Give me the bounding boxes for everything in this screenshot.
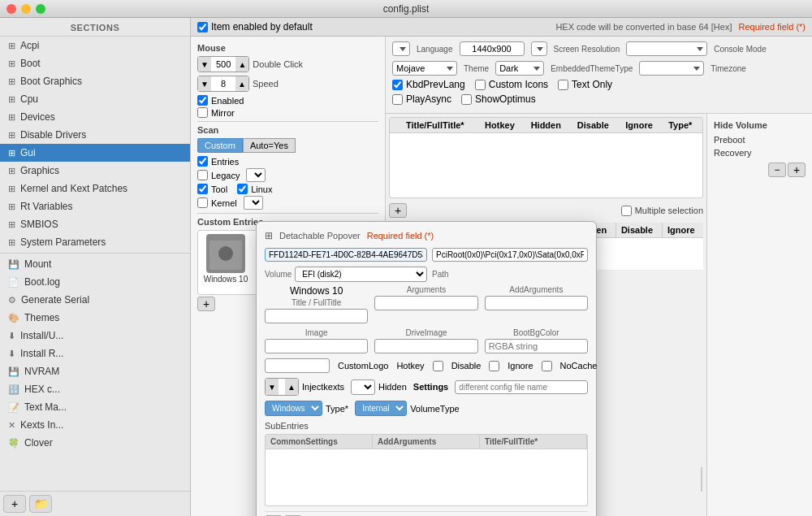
windows10-display: Windows 10	[290, 285, 343, 297]
hide-volume-plus[interactable]: +	[788, 163, 806, 177]
sidebar-item-graphics[interactable]: ⊞ Graphics	[0, 162, 190, 180]
config-name-input[interactable]	[455, 380, 588, 394]
close-button[interactable]	[6, 4, 16, 14]
text-only-checkbox[interactable]	[558, 80, 568, 90]
sidebar-item-kexts[interactable]: ✕ Kexts In...	[0, 416, 190, 434]
entries-checkbox[interactable]	[197, 156, 208, 167]
linux-checkbox[interactable]	[237, 184, 248, 194]
sidebar-item-nvram[interactable]: 💾 NVRAM	[0, 362, 190, 380]
sub-col3: Title/FullTitle*	[480, 435, 587, 449]
sidebar-item-hex[interactable]: 🔢 HEX c...	[0, 380, 190, 398]
showoptimus-checkbox[interactable]	[461, 94, 472, 105]
nocache-checkbox[interactable]	[542, 361, 552, 371]
add-arguments-input[interactable]	[485, 296, 588, 310]
sidebar-item-smbios[interactable]: ⊞ SMBIOS	[0, 215, 190, 233]
kernel-checkbox[interactable]	[197, 197, 208, 208]
minimize-button[interactable]	[21, 4, 31, 14]
theme-label: Theme	[464, 64, 489, 73]
top-bar: Item enabled by default HEX code will be…	[191, 18, 812, 37]
path-input[interactable]	[432, 248, 588, 262]
type-select[interactable]: Windows	[265, 401, 322, 416]
sidebar-item-kernel-kext[interactable]: ⊞ Kernel and Kext Patches	[0, 180, 190, 197]
scan-autoyes-btn[interactable]: Auto=Yes	[243, 138, 296, 153]
stepper2-down[interactable]: ▼	[198, 76, 211, 91]
volume-select[interactable]: EFI (disk2)	[295, 267, 427, 282]
playasync-label[interactable]: PlayAsync	[392, 93, 451, 105]
sidebar-item-text-manager[interactable]: 📝 Text Ma...	[0, 398, 190, 416]
title-input[interactable]	[265, 309, 368, 323]
sidebar-item-disable-drivers[interactable]: ⊞ Disable Drivers	[0, 126, 190, 144]
sidebar-item-generate-serial[interactable]: ⚙ Generate Serial	[0, 291, 190, 309]
inject-stepper[interactable]: ▼ ▲	[265, 378, 299, 396]
volume-type-select[interactable]: Internal	[355, 401, 407, 416]
theme-type-select[interactable]: Dark	[495, 61, 544, 76]
multiple-selection-checkbox[interactable]	[621, 206, 632, 216]
hidden-select[interactable]	[351, 379, 375, 395]
window-controls[interactable]	[6, 4, 45, 14]
add-entry-button[interactable]: +	[197, 297, 215, 311]
stepper-down[interactable]: ▼	[198, 57, 211, 72]
stepper2-up[interactable]: ▲	[235, 76, 248, 91]
arguments-input[interactable]	[374, 296, 477, 310]
image-input[interactable]	[265, 339, 368, 353]
legacy-select[interactable]	[246, 168, 266, 182]
kbdprevlang-label[interactable]: KbdPrevLang	[392, 79, 465, 90]
custom-logo-input[interactable]	[265, 358, 330, 373]
add-section-button[interactable]: +	[3, 495, 26, 513]
sidebar-item-rt-variables[interactable]: ⊞ Rt Variables	[0, 197, 190, 215]
playasync-checkbox[interactable]	[392, 94, 403, 105]
sidebar-item-install-clover[interactable]: ⬇ Install/U...	[0, 327, 190, 345]
item-enabled-label[interactable]: Item enabled by default	[197, 21, 313, 33]
sidebar-item-devices[interactable]: ⊞ Devices	[0, 108, 190, 126]
sidebar-item-system-parameters[interactable]: ⊞ System Parameters	[0, 233, 190, 251]
inject-stepper-down[interactable]: ▼	[266, 379, 279, 395]
sidebar-item-themes[interactable]: 🎨 Themes	[0, 309, 190, 327]
inject-stepper-up[interactable]: ▲	[285, 379, 298, 395]
legacy-checkbox[interactable]	[197, 170, 208, 180]
sidebar-item-install-rc[interactable]: ⬇ Install R...	[0, 345, 190, 362]
drive-image-input[interactable]	[374, 339, 477, 353]
sidebar-item-boot-log[interactable]: 📄 Boot.log	[0, 273, 190, 291]
table1-add-button[interactable]: +	[389, 203, 407, 218]
resolution-select[interactable]	[531, 41, 547, 56]
table1-col-disable: Disable	[572, 118, 620, 133]
enabled-checkbox[interactable]	[197, 95, 208, 106]
sidebar-item-clover[interactable]: 🍀 Clover	[0, 434, 190, 452]
mirror-checkbox[interactable]	[197, 107, 208, 118]
custom-icons-checkbox[interactable]	[475, 80, 486, 90]
text-only-label[interactable]: Text Only	[558, 79, 612, 90]
disable-checkbox[interactable]	[433, 361, 443, 371]
sidebar-item-cpu[interactable]: ⊞ Cpu	[0, 90, 190, 108]
kbdprevlang-checkbox[interactable]	[392, 80, 403, 90]
mouse-speed-stepper[interactable]: ▼ 500 ▲	[197, 56, 249, 72]
checkbox-rows: KbdPrevLang Custom Icons Text Only	[392, 79, 806, 90]
sidebar-item-boot-graphics[interactable]: ⊞ Boot Graphics	[0, 72, 190, 90]
theme-select[interactable]: Mojave	[392, 61, 457, 76]
kernel-select[interactable]	[244, 196, 263, 210]
disk-entry[interactable]: Windows 10	[201, 234, 250, 284]
mouse-speed2-stepper[interactable]: ▼ 8 ▲	[197, 76, 249, 92]
sidebar-item-gui[interactable]: ⊞ Gui	[0, 144, 190, 162]
stepper-up[interactable]: ▲	[235, 57, 248, 72]
checkbox-rows-2: PlayAsync ShowOptimus	[392, 93, 806, 105]
item-enabled-checkbox[interactable]	[197, 22, 208, 33]
maximize-button[interactable]	[36, 4, 45, 14]
sidebar-item-acpi[interactable]: ⊞ Acpi	[0, 37, 190, 54]
language-select[interactable]	[392, 41, 410, 56]
boot-bg-input[interactable]	[485, 339, 588, 353]
tool-checkbox[interactable]	[197, 184, 208, 194]
table1-controls: + Multiple selection	[389, 202, 703, 219]
showoptimus-label[interactable]: ShowOptimus	[461, 93, 536, 105]
ignore-checkbox[interactable]	[489, 361, 499, 371]
timezone-select[interactable]	[639, 61, 704, 76]
hide-volume-minus[interactable]: −	[768, 163, 786, 177]
scan-custom-btn[interactable]: Custom	[197, 138, 243, 153]
open-folder-button[interactable]: 📁	[29, 495, 52, 513]
sidebar-item-mount[interactable]: 💾 Mount	[0, 255, 190, 273]
console-mode-select[interactable]	[626, 41, 707, 56]
subentries-section: SubEntries CommonSettings AddArguments T…	[265, 421, 588, 506]
sidebar-item-boot[interactable]: ⊞ Boot	[0, 54, 190, 72]
uuid-input[interactable]	[265, 248, 427, 262]
custom-icons-label[interactable]: Custom Icons	[475, 79, 548, 90]
screen-resolution-input[interactable]	[460, 41, 525, 56]
